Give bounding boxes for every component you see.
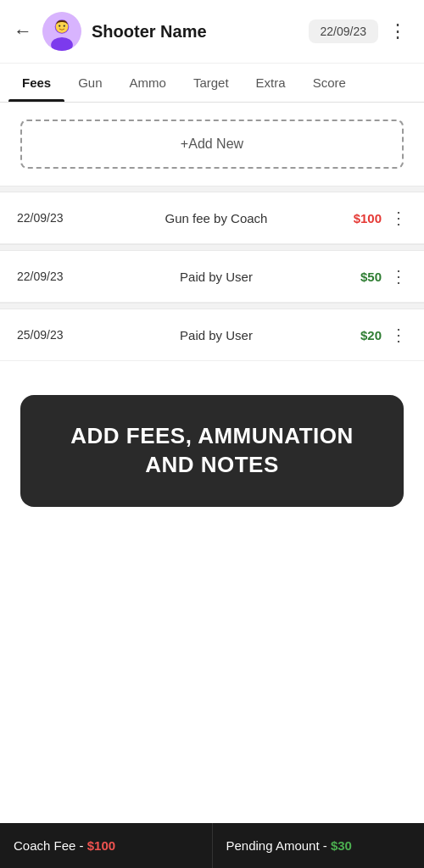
add-new-button[interactable]: +Add New bbox=[20, 120, 404, 169]
fee-label: Paid by User bbox=[93, 270, 339, 284]
promo-text-line2: and Notes bbox=[41, 451, 383, 480]
row-divider bbox=[0, 303, 424, 309]
footer-bar: Coach Fee - $100 Pending Amount - $30 bbox=[0, 823, 424, 868]
row-divider bbox=[0, 244, 424, 251]
header: ← Shooter Name 22/09/23 ⋮ bbox=[0, 0, 424, 64]
footer-coach-fee: Coach Fee - $100 bbox=[0, 823, 213, 868]
fee-date: 22/09/23 bbox=[17, 211, 93, 225]
svg-point-6 bbox=[64, 25, 65, 26]
tab-target[interactable]: Target bbox=[180, 64, 243, 102]
tab-ammo[interactable]: Ammo bbox=[116, 64, 180, 102]
row-more-icon[interactable]: ⋮ bbox=[390, 325, 407, 345]
back-button[interactable]: ← bbox=[14, 20, 32, 42]
header-more-icon[interactable]: ⋮ bbox=[385, 17, 410, 46]
spacer bbox=[0, 541, 424, 710]
row-more-icon[interactable]: ⋮ bbox=[390, 208, 407, 228]
promo-box: Add Fees, Ammunation and Notes bbox=[20, 395, 404, 507]
tabs-bar: Fees Gun Ammo Target Extra Score bbox=[0, 64, 424, 103]
pending-label: Pending Amount - bbox=[226, 838, 327, 853]
row-more-icon[interactable]: ⋮ bbox=[390, 266, 407, 287]
fee-label: Paid by User bbox=[93, 328, 339, 342]
fee-amount: $20 bbox=[339, 328, 382, 342]
tab-extra[interactable]: Extra bbox=[243, 64, 299, 102]
tab-gun[interactable]: Gun bbox=[64, 64, 115, 102]
fee-date: 22/09/23 bbox=[17, 270, 93, 283]
coach-fee-amount: $100 bbox=[87, 838, 115, 853]
fee-amount: $50 bbox=[339, 270, 382, 284]
svg-point-5 bbox=[59, 25, 60, 26]
section-divider bbox=[0, 186, 424, 192]
pending-amount: $30 bbox=[331, 838, 352, 853]
fee-row: 22/09/23 Paid by User $50 ⋮ bbox=[0, 251, 424, 303]
coach-fee-label: Coach Fee - bbox=[14, 838, 84, 853]
date-badge: 22/09/23 bbox=[309, 19, 379, 43]
avatar bbox=[42, 12, 81, 51]
footer-pending: Pending Amount - $30 bbox=[213, 823, 425, 868]
fee-label: Gun fee by Coach bbox=[93, 211, 339, 225]
tab-score[interactable]: Score bbox=[299, 64, 360, 102]
fee-date: 25/09/23 bbox=[17, 328, 93, 342]
fee-row: 22/09/23 Gun fee by Coach $100 ⋮ bbox=[0, 192, 424, 244]
tab-fees[interactable]: Fees bbox=[8, 64, 64, 102]
add-new-section: +Add New bbox=[0, 103, 424, 186]
promo-text-line1: Add Fees, Ammunation bbox=[41, 422, 383, 451]
shooter-name: Shooter Name bbox=[92, 22, 309, 42]
fee-row: 25/09/23 Paid by User $20 ⋮ bbox=[0, 309, 424, 361]
fee-amount: $100 bbox=[339, 211, 382, 225]
